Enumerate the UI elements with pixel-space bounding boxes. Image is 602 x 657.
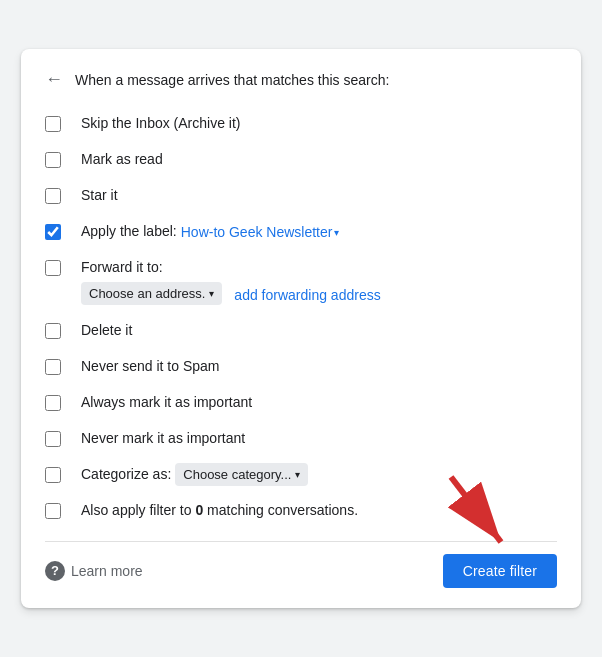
checkbox-skip-inbox[interactable] <box>45 116 61 132</box>
checkbox-always-important[interactable] <box>45 395 61 411</box>
label-dropdown-button[interactable]: How-to Geek Newsletter ▾ <box>181 224 340 240</box>
header-description: When a message arrives that matches this… <box>75 72 389 88</box>
also-apply-after: matching conversations. <box>203 502 358 518</box>
help-icon[interactable]: ? <box>45 561 65 581</box>
label-dropdown-value: How-to Geek Newsletter <box>181 224 333 240</box>
create-filter-button[interactable]: Create filter <box>443 554 557 588</box>
checkbox-wrap-never-spam <box>45 359 81 375</box>
filter-card: ← When a message arrives that matches th… <box>21 49 581 608</box>
label-also-apply[interactable]: Also apply filter to 0 matching conversa… <box>81 501 358 521</box>
label-forward-it[interactable]: Forward it to: <box>81 258 381 278</box>
option-never-important: Never mark it as important <box>45 421 557 457</box>
checkbox-never-spam[interactable] <box>45 359 61 375</box>
label-never-spam[interactable]: Never send it to Spam <box>81 357 220 377</box>
label-categorize[interactable]: Categorize as: <box>81 465 171 485</box>
label-delete-it[interactable]: Delete it <box>81 321 132 341</box>
option-categorize: Categorize as: Choose category... ▾ <box>45 457 557 493</box>
add-forwarding-address-link[interactable]: add forwarding address <box>234 287 380 303</box>
checkbox-categorize[interactable] <box>45 467 61 483</box>
forward-controls: Choose an address. ▾ add forwarding addr… <box>81 280 381 305</box>
also-apply-before: Also apply filter to <box>81 502 195 518</box>
option-delete-it: Delete it <box>45 313 557 349</box>
categorize-dropdown-caret: ▾ <box>295 469 300 480</box>
checkbox-mark-as-read[interactable] <box>45 152 61 168</box>
learn-more-section: ? Learn more <box>45 561 143 581</box>
header-row: ← When a message arrives that matches th… <box>45 69 557 90</box>
categorize-dropdown-value: Choose category... <box>183 467 291 482</box>
checkbox-apply-label[interactable] <box>45 224 61 240</box>
learn-more-text[interactable]: Learn more <box>71 563 143 579</box>
option-mark-as-read: Mark as read <box>45 142 557 178</box>
option-always-important: Always mark it as important <box>45 385 557 421</box>
filter-options: Skip the Inbox (Archive it) Mark as read… <box>45 106 557 529</box>
checkbox-wrap-never-important <box>45 431 81 447</box>
option-apply-label: Apply the label: How-to Geek Newsletter … <box>45 214 557 250</box>
option-also-apply: Also apply filter to 0 matching conversa… <box>45 493 557 529</box>
label-always-important[interactable]: Always mark it as important <box>81 393 252 413</box>
checkbox-wrap-forward-it <box>45 258 81 276</box>
checkbox-also-apply[interactable] <box>45 503 61 519</box>
option-forward-it: Forward it to: Choose an address. ▾ add … <box>45 250 557 313</box>
label-never-important[interactable]: Never mark it as important <box>81 429 245 449</box>
back-button[interactable]: ← <box>45 69 63 90</box>
option-star-it: Star it <box>45 178 557 214</box>
checkbox-wrap-mark-as-read <box>45 152 81 168</box>
checkbox-wrap-always-important <box>45 395 81 411</box>
checkbox-never-important[interactable] <box>45 431 61 447</box>
label-star-it[interactable]: Star it <box>81 186 118 206</box>
checkbox-wrap-apply-label <box>45 224 81 240</box>
footer-row: ? Learn more Create filter <box>45 542 557 588</box>
checkbox-star-it[interactable] <box>45 188 61 204</box>
label-mark-as-read[interactable]: Mark as read <box>81 150 163 170</box>
option-skip-inbox: Skip the Inbox (Archive it) <box>45 106 557 142</box>
choose-address-caret: ▾ <box>209 288 214 299</box>
label-skip-inbox[interactable]: Skip the Inbox (Archive it) <box>81 114 241 134</box>
option-never-spam: Never send it to Spam <box>45 349 557 385</box>
checkbox-wrap-skip-inbox <box>45 116 81 132</box>
label-apply-label: Apply the label: <box>81 222 177 242</box>
choose-address-dropdown[interactable]: Choose an address. ▾ <box>81 282 222 305</box>
checkbox-wrap-delete-it <box>45 323 81 339</box>
checkbox-wrap-categorize <box>45 467 81 483</box>
checkbox-wrap-star-it <box>45 188 81 204</box>
categorize-dropdown-button[interactable]: Choose category... ▾ <box>175 463 308 486</box>
checkbox-forward-it[interactable] <box>45 260 61 276</box>
checkbox-delete-it[interactable] <box>45 323 61 339</box>
label-dropdown-caret: ▾ <box>334 227 339 238</box>
checkbox-wrap-also-apply <box>45 503 81 519</box>
choose-address-label: Choose an address. <box>89 286 205 301</box>
